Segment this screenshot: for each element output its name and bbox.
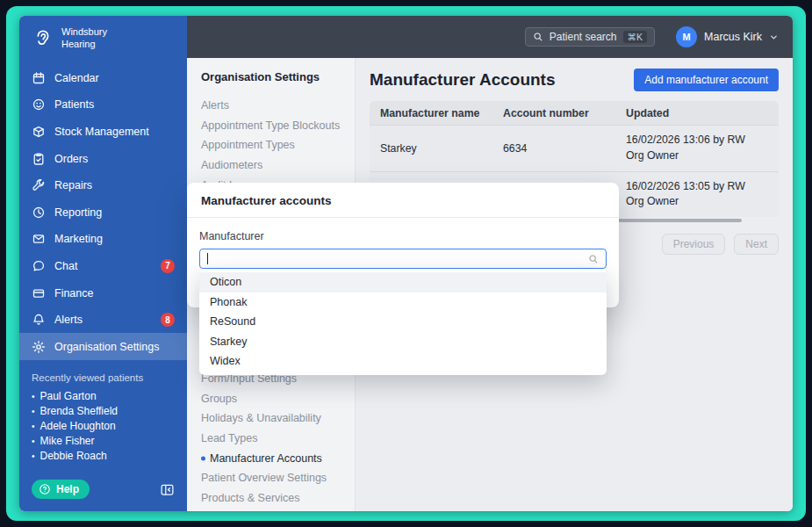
add-manufacturer-account-button[interactable]: Add manufacturer account: [634, 69, 779, 91]
sidebar-item-label: Alerts: [54, 314, 83, 326]
recent-patient-link[interactable]: Debbie Roach: [32, 449, 175, 464]
cell-updated: 16/02/2026 13:06 by RW Org Owner: [615, 126, 779, 171]
dropdown-option-starkey[interactable]: Starkey: [199, 332, 607, 352]
credit-card-icon: [32, 286, 46, 300]
brand: Windsbury Hearing: [19, 16, 187, 54]
bell-icon: [32, 313, 46, 327]
sidebar-item-label: Repairs: [54, 179, 92, 191]
sidebar-item-calendar[interactable]: Calendar: [19, 65, 187, 92]
clipboard-check-icon: [32, 152, 46, 166]
recently-viewed-patients: Recently viewed patients Paul Garton Bre…: [19, 372, 187, 464]
column-header-account-number: Account number: [492, 107, 615, 119]
app-window: Windsbury Hearing Calendar Patients Stoc…: [19, 16, 793, 511]
box-icon: [32, 125, 46, 139]
recent-patients-title: Recently viewed patients: [32, 372, 175, 383]
sidebar-item-label: Chat: [54, 260, 77, 272]
cell-manufacturer-name: Starkey: [370, 135, 492, 162]
modal-body: Manufacturer: [187, 218, 619, 276]
avatar: M: [676, 26, 697, 47]
help-button-label: Help: [56, 483, 79, 495]
sidebar-item-patients[interactable]: Patients: [19, 91, 187, 119]
sidebar-item-organisation-settings[interactable]: Organisation Settings: [19, 333, 187, 360]
next-page-button[interactable]: Next: [734, 234, 779, 255]
question-circle-icon: [39, 483, 51, 495]
sidebar-item-label: Stock Management: [54, 126, 149, 138]
clock-icon: [32, 206, 46, 220]
brand-name-line1: Windsbury: [61, 26, 107, 39]
settings-nav-item-lead-types[interactable]: Lead Types: [201, 429, 341, 449]
settings-nav-item-manufacturer-accounts[interactable]: Manufacturer Accounts: [201, 448, 341, 468]
updated-timestamp: 16/02/2026 13:06 by RW: [626, 133, 768, 148]
patients-icon: [32, 97, 46, 112]
manufacturer-options-dropdown: Oticon Phonak ReSound Starkey Widex: [199, 269, 607, 375]
sidebar-item-finance[interactable]: Finance: [19, 279, 187, 307]
patient-search-button[interactable]: Patient search ⌘K: [525, 27, 655, 47]
calendar-icon: [32, 71, 46, 85]
help-button[interactable]: Help: [32, 480, 90, 499]
sidebar-item-stock-management[interactable]: Stock Management: [19, 119, 187, 146]
cell-updated: 16/02/2026 13:05 by RW Org Owner: [615, 172, 779, 218]
cell-account-number: 6634: [492, 135, 615, 162]
sidebar-item-label: Organisation Settings: [54, 341, 160, 353]
topbar: Patient search ⌘K M Marcus Kirk: [187, 16, 793, 58]
sidebar-menu: Calendar Patients Stock Management Order…: [19, 65, 187, 361]
search-icon: [533, 32, 543, 42]
dropdown-option-oticon[interactable]: Oticon: [199, 272, 607, 292]
previous-page-button[interactable]: Previous: [662, 234, 726, 255]
settings-nav-item-holidays-unavailability[interactable]: Holidays & Unavailability: [201, 408, 341, 429]
wrench-icon: [32, 178, 46, 192]
search-icon: [588, 254, 599, 264]
dropdown-option-phonak[interactable]: Phonak: [199, 292, 607, 313]
settings-nav-item-audiometers[interactable]: Audiometers: [201, 155, 341, 176]
recent-patient-link[interactable]: Paul Garton: [32, 389, 175, 404]
sidebar-item-alerts[interactable]: Alerts 8: [19, 307, 187, 334]
settings-nav-item-appointment-types[interactable]: Appointment Types: [201, 135, 341, 155]
chat-bubble-icon: [32, 259, 46, 273]
settings-nav-item-alerts[interactable]: Alerts: [201, 96, 341, 116]
collapse-sidebar-icon[interactable]: [160, 482, 175, 497]
recent-patient-link[interactable]: Brenda Sheffield: [32, 404, 175, 419]
sidebar: Windsbury Hearing Calendar Patients Stoc…: [19, 16, 187, 511]
sidebar-item-marketing[interactable]: Marketing: [19, 226, 187, 253]
sidebar-footer: Help: [19, 469, 187, 511]
settings-nav-item-products-services[interactable]: Products & Services: [201, 488, 341, 509]
dropdown-option-resound[interactable]: ReSound: [199, 312, 607, 332]
user-name: Marcus Kirk: [704, 31, 762, 43]
chat-unread-badge: 7: [161, 259, 175, 273]
sidebar-item-reporting[interactable]: Reporting: [19, 199, 187, 226]
sidebar-item-chat[interactable]: Chat 7: [19, 253, 187, 280]
main-header: Manufacturer Accounts Add manufacturer a…: [370, 69, 779, 91]
updated-by-role: Org Owner: [626, 148, 768, 164]
updated-by-role: Org Owner: [626, 194, 768, 210]
ear-logo-icon: [32, 27, 54, 50]
chevron-down-icon: [769, 32, 779, 42]
settings-nav-item-patient-overview-settings[interactable]: Patient Overview Settings: [201, 468, 341, 488]
recent-patient-link[interactable]: Adele Houghton: [32, 419, 175, 434]
modal-title: Manufacturer accounts: [187, 183, 619, 218]
recent-patient-link[interactable]: Mike Fisher: [32, 434, 175, 449]
settings-nav-title: Organisation Settings: [201, 70, 341, 83]
table-row[interactable]: Starkey 6634 16/02/2026 13:06 by RW Org …: [370, 125, 779, 171]
envelope-icon: [32, 232, 46, 246]
settings-nav-item-appointment-type-blockouts[interactable]: Appointment Type Blockouts: [201, 116, 341, 136]
manufacturer-search-input[interactable]: [199, 249, 607, 269]
sidebar-item-label: Patients: [54, 98, 94, 111]
column-header-updated: Updated: [615, 107, 779, 119]
manufacturer-field-label: Manufacturer: [199, 230, 607, 242]
sidebar-item-orders[interactable]: Orders: [19, 145, 187, 172]
sidebar-item-label: Calendar: [54, 72, 99, 84]
alerts-count-badge: 8: [161, 313, 175, 327]
user-menu[interactable]: M Marcus Kirk: [676, 26, 779, 47]
sidebar-item-label: Reporting: [54, 206, 102, 219]
settings-nav-item-groups[interactable]: Groups: [201, 389, 341, 409]
column-header-manufacturer-name: Manufacturer name: [370, 107, 492, 119]
updated-timestamp: 16/02/2026 13:05 by RW: [626, 179, 768, 195]
patient-search-label: Patient search: [550, 31, 617, 43]
dropdown-option-widex[interactable]: Widex: [199, 351, 607, 372]
brand-name: Windsbury Hearing: [61, 26, 107, 51]
sidebar-item-repairs[interactable]: Repairs: [19, 172, 187, 199]
frame-accent: Windsbury Hearing Calendar Patients Stoc…: [6, 6, 806, 521]
sidebar-item-label: Orders: [54, 153, 88, 165]
page-title: Manufacturer Accounts: [370, 70, 556, 90]
sidebar-item-label: Finance: [54, 287, 93, 300]
